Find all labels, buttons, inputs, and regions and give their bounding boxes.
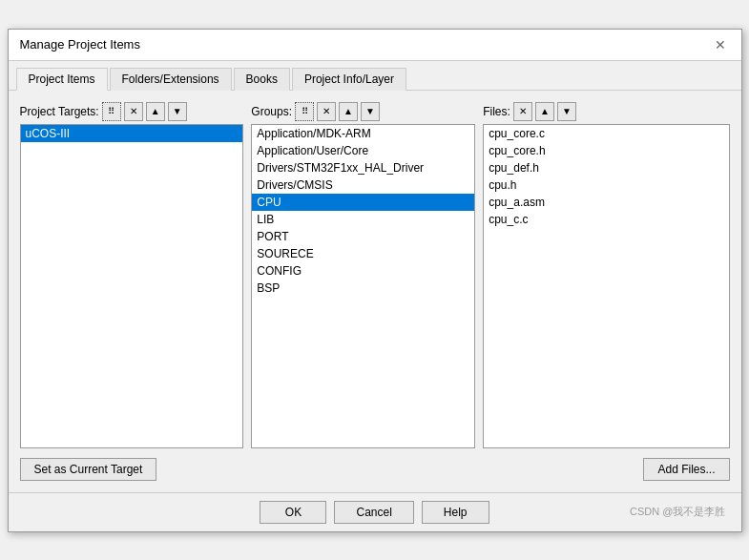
- files-down-btn[interactable]: ▼: [557, 102, 576, 121]
- panels-container: Project Targets: ⠿ ✕ ▲ ▼ uCOS-III Groups…: [20, 102, 730, 448]
- files-header: Files: ✕ ▲ ▼: [483, 102, 729, 121]
- list-item[interactable]: Drivers/CMSIS: [252, 176, 474, 194]
- files-list[interactable]: cpu_core.ccpu_core.hcpu_def.hcpu.hcpu_a.…: [483, 124, 729, 448]
- list-item[interactable]: cpu_c.c: [484, 211, 728, 228]
- tab-books[interactable]: Books: [234, 68, 290, 91]
- help-button[interactable]: Help: [422, 501, 489, 524]
- targets-header: Project Targets: ⠿ ✕ ▲ ▼: [20, 102, 244, 121]
- list-item[interactable]: PORT: [252, 228, 474, 245]
- targets-label: Project Targets:: [20, 105, 99, 118]
- bottom-actions: Set as Current Target Add Files...: [20, 458, 730, 481]
- set-current-target-button[interactable]: Set as Current Target: [20, 458, 157, 481]
- list-item[interactable]: LIB: [252, 211, 474, 228]
- files-delete-btn[interactable]: ✕: [513, 102, 532, 121]
- ok-button[interactable]: OK: [260, 501, 326, 524]
- title-bar: Manage Project Items ✕: [9, 30, 741, 61]
- files-panel: Files: ✕ ▲ ▼ cpu_core.ccpu_core.hcpu_def…: [483, 102, 729, 448]
- list-item[interactable]: BSP: [252, 280, 474, 297]
- dialog: Manage Project Items ✕ Project Items Fol…: [8, 29, 742, 532]
- close-button[interactable]: ✕: [711, 37, 730, 52]
- list-item[interactable]: Drivers/STM32F1xx_HAL_Driver: [252, 159, 474, 176]
- list-item[interactable]: CONFIG: [252, 262, 474, 280]
- targets-list[interactable]: uCOS-III: [20, 124, 244, 448]
- groups-panel: Groups: ⠿ ✕ ▲ ▼ Application/MDK-ARMAppli…: [251, 102, 475, 448]
- cancel-button[interactable]: Cancel: [334, 501, 413, 524]
- groups-add-btn[interactable]: ⠿: [295, 102, 314, 121]
- add-files-button[interactable]: Add Files...: [643, 458, 729, 481]
- tab-folders-extensions[interactable]: Folders/Extensions: [110, 68, 232, 91]
- list-item[interactable]: cpu_def.h: [484, 159, 728, 176]
- list-item[interactable]: Application/MDK-ARM: [252, 125, 474, 142]
- targets-add-btn[interactable]: ⠿: [102, 102, 121, 121]
- targets-down-btn[interactable]: ▼: [168, 102, 187, 121]
- tab-project-items[interactable]: Project Items: [16, 68, 108, 91]
- groups-list[interactable]: Application/MDK-ARMApplication/User/Core…: [251, 124, 475, 448]
- list-item[interactable]: cpu_core.c: [484, 125, 728, 142]
- groups-label: Groups:: [251, 105, 292, 118]
- watermark-text: CSDN @我不是李胜: [630, 505, 725, 519]
- list-item[interactable]: cpu_a.asm: [484, 194, 728, 211]
- tab-project-info-layer[interactable]: Project Info/Layer: [292, 68, 406, 91]
- dialog-title: Manage Project Items: [20, 37, 140, 52]
- targets-delete-btn[interactable]: ✕: [124, 102, 143, 121]
- list-item[interactable]: Application/User/Core: [252, 142, 474, 159]
- groups-delete-btn[interactable]: ✕: [317, 102, 336, 121]
- list-item[interactable]: uCOS-III: [21, 125, 243, 142]
- dialog-footer: OK Cancel Help CSDN @我不是李胜: [9, 492, 741, 531]
- targets-panel: Project Targets: ⠿ ✕ ▲ ▼ uCOS-III: [20, 102, 244, 448]
- list-item[interactable]: cpu_core.h: [484, 142, 728, 159]
- main-content: Project Targets: ⠿ ✕ ▲ ▼ uCOS-III Groups…: [9, 91, 741, 492]
- targets-up-btn[interactable]: ▲: [146, 102, 165, 121]
- list-item[interactable]: CPU: [252, 194, 474, 211]
- tab-bar: Project Items Folders/Extensions Books P…: [9, 61, 741, 91]
- files-up-btn[interactable]: ▲: [535, 102, 554, 121]
- files-label: Files:: [483, 105, 510, 118]
- groups-up-btn[interactable]: ▲: [339, 102, 358, 121]
- groups-down-btn[interactable]: ▼: [361, 102, 380, 121]
- list-item[interactable]: cpu.h: [484, 176, 728, 194]
- list-item[interactable]: SOURECE: [252, 245, 474, 262]
- groups-header: Groups: ⠿ ✕ ▲ ▼: [251, 102, 475, 121]
